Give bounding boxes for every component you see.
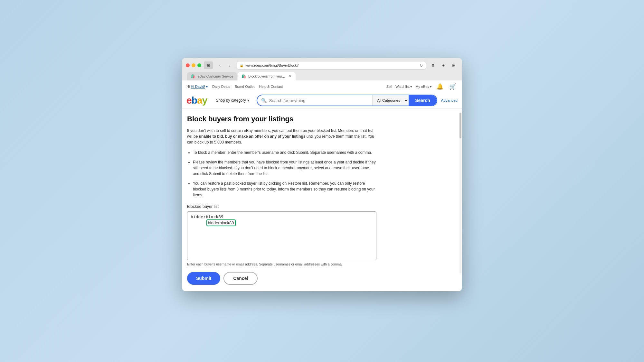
- page-body: Block buyers from your listings If you d…: [182, 108, 382, 291]
- address-bar[interactable]: 🔒 www.ebay.com/bmgt/BuyerBlock? ↻: [237, 61, 426, 70]
- shop-by-chevron: ▾: [247, 98, 249, 103]
- bullet-item-1: To block a member, enter the member's us…: [193, 150, 376, 155]
- search-button[interactable]: Search: [409, 95, 437, 106]
- tab-customer-service[interactable]: 🛍️ eBay Customer Service: [187, 72, 237, 80]
- shop-by-label: Shop by category: [216, 98, 246, 103]
- share-button[interactable]: ⬆: [429, 61, 438, 69]
- browser-chrome: ⊞ ‹ › 🔒 www.ebay.com/bmgt/BuyerBlock? ↻ …: [182, 58, 462, 80]
- tab-buyer-block[interactable]: 🛍️ Block buyers from your listings | eBa…: [238, 72, 296, 80]
- myebay-chevron: ▾: [430, 85, 432, 89]
- page-title: Block buyers from your listings: [187, 115, 376, 123]
- search-input-wrapper: 🔍: [257, 95, 372, 106]
- scrollbar[interactable]: [459, 113, 461, 274]
- search-icon: 🔍: [261, 98, 267, 103]
- textarea-container: bidderblock89 bidderblock89: [187, 211, 376, 260]
- top-nav-right: Sell Watchlist ▾ My eBay ▾ 🔔 🛒: [386, 82, 458, 91]
- greeting: Hi Hi David! ▾: [186, 85, 208, 88]
- nav-buttons: ‹ ›: [215, 61, 234, 69]
- intro-paragraph: If you don't wish to sell to certain eBa…: [187, 128, 376, 145]
- shop-by-category-button[interactable]: Shop by category ▾: [212, 96, 252, 105]
- ebay-logo: ebay: [186, 96, 207, 105]
- minimize-traffic-light[interactable]: [192, 63, 195, 67]
- sell-link[interactable]: Sell: [386, 85, 392, 88]
- blocked-buyer-section: Blocked buyer list bidderblock89 bidderb…: [187, 204, 376, 285]
- watchlist-dropdown[interactable]: Watchlist ▾: [395, 85, 412, 89]
- browser-window: ⊞ ‹ › 🔒 www.ebay.com/bmgt/BuyerBlock? ↻ …: [182, 58, 462, 291]
- tab2-label: Block buyers from your listings | eBay: [248, 74, 285, 78]
- url-text: www.ebay.com/bmgt/BuyerBlock?: [245, 63, 298, 67]
- cart-button[interactable]: 🛒: [448, 82, 458, 91]
- logo-a: a: [197, 95, 202, 106]
- browser-tabs: 🛍️ eBay Customer Service 🛍️ Block buyers…: [186, 72, 458, 80]
- desktop: ⊞ ‹ › 🔒 www.ebay.com/bmgt/BuyerBlock? ↻ …: [0, 0, 644, 362]
- logo-b: b: [192, 95, 197, 106]
- top-nav: Hi Hi David! ▾ Daily Deals Brand Outlet …: [182, 80, 462, 93]
- ebay-header: Hi Hi David! ▾ Daily Deals Brand Outlet …: [182, 80, 462, 108]
- category-select[interactable]: All Categories: [372, 95, 409, 106]
- tab1-label: eBay Customer Service: [198, 74, 233, 78]
- help-contact-link[interactable]: Help & Contact: [259, 85, 283, 88]
- textarea-hint: Enter each buyer's username or email add…: [187, 262, 376, 266]
- brand-outlet-link[interactable]: Brand Outlet: [235, 85, 255, 88]
- main-nav: ebay Shop by category ▾ 🔍 All Catego: [182, 93, 462, 108]
- back-button[interactable]: ‹: [215, 61, 224, 69]
- close-traffic-light[interactable]: [186, 63, 190, 67]
- tab1-favicon: 🛍️: [191, 74, 196, 79]
- tab2-favicon: 🛍️: [242, 74, 246, 79]
- tab-close-icon[interactable]: ✕: [289, 74, 292, 79]
- extensions-button[interactable]: ⊞: [449, 61, 458, 69]
- info-bullet-list: To block a member, enter the member's us…: [187, 150, 376, 198]
- section-label: Blocked buyer list: [187, 204, 376, 209]
- logo-y: y: [202, 95, 207, 106]
- new-tab-button[interactable]: +: [439, 61, 448, 69]
- browser-action-buttons: ⬆ + ⊞: [429, 61, 458, 69]
- logo-e: e: [186, 95, 192, 106]
- daily-deals-link[interactable]: Daily Deals: [212, 85, 230, 88]
- myebay-dropdown[interactable]: My eBay ▾: [415, 85, 432, 89]
- watchlist-chevron: ▾: [410, 85, 412, 89]
- cancel-button[interactable]: Cancel: [223, 272, 258, 285]
- maximize-traffic-light[interactable]: [197, 63, 201, 67]
- browser-content: Hi Hi David! ▾ Daily Deals Brand Outlet …: [182, 80, 462, 291]
- advanced-search-link[interactable]: Advanced: [441, 98, 458, 102]
- search-input[interactable]: [269, 98, 368, 103]
- top-nav-left: Hi Hi David! ▾ Daily Deals Brand Outlet …: [186, 85, 283, 88]
- buyer-list-textarea[interactable]: bidderblock89: [187, 212, 376, 260]
- reload-icon: ↻: [420, 63, 423, 68]
- form-actions: Submit Cancel: [187, 272, 376, 285]
- scrollbar-thumb: [459, 113, 461, 138]
- search-bar: 🔍 All Categories Search: [257, 95, 437, 106]
- traffic-lights: [186, 63, 201, 67]
- lock-icon: 🔒: [240, 64, 243, 67]
- bullet-item-2: Please review the members that you have …: [193, 159, 376, 177]
- tab-grid-icon: ⊞: [207, 63, 210, 68]
- bullet-item-3: You can restore a past blocked buyer lis…: [193, 181, 376, 198]
- forward-button[interactable]: ›: [225, 61, 234, 69]
- notifications-button[interactable]: 🔔: [435, 82, 445, 91]
- intro-bold-text: unable to bid, buy or make an offer on a…: [199, 134, 306, 139]
- submit-button[interactable]: Submit: [187, 272, 220, 285]
- tab-overview-button[interactable]: ⊞: [204, 61, 213, 69]
